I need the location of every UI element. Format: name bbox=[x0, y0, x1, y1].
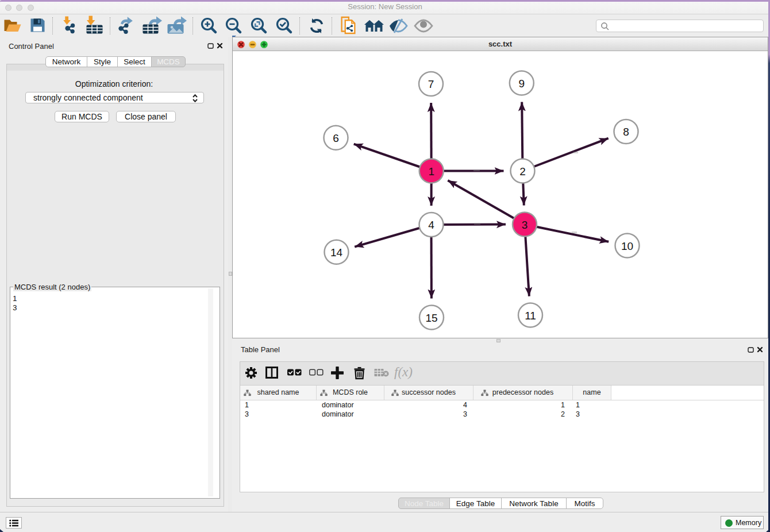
svg-text:8: 8 bbox=[623, 126, 629, 138]
svg-text:2: 2 bbox=[519, 165, 526, 178]
svg-text:7: 7 bbox=[428, 78, 434, 90]
svg-text:3: 3 bbox=[522, 219, 528, 231]
svg-text:15: 15 bbox=[425, 312, 437, 324]
svg-text:1: 1 bbox=[428, 165, 434, 178]
svg-text:10: 10 bbox=[621, 240, 633, 252]
svg-text:6: 6 bbox=[333, 132, 339, 144]
svg-text:9: 9 bbox=[519, 78, 525, 90]
svg-text:14: 14 bbox=[330, 246, 343, 259]
svg-text:11: 11 bbox=[525, 310, 536, 322]
svg-text:4: 4 bbox=[428, 219, 434, 231]
